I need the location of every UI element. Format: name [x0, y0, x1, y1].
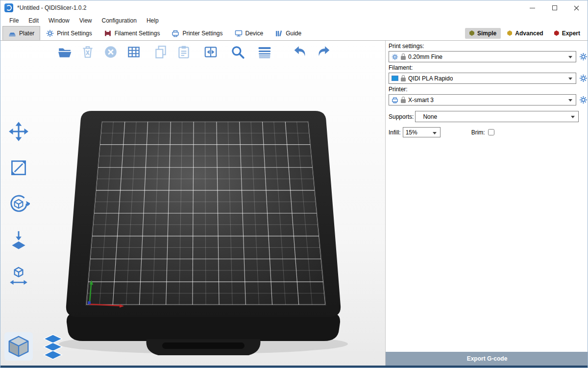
- measure-icon: [7, 265, 30, 288]
- variable-layer-height-button[interactable]: [255, 43, 274, 61]
- scale-icon: [7, 157, 30, 179]
- arrange-button[interactable]: [124, 43, 143, 61]
- tab-print-settings[interactable]: Print Settings: [40, 26, 98, 40]
- menu-window[interactable]: Window: [44, 15, 74, 26]
- supports-value: None: [418, 113, 437, 120]
- menu-edit[interactable]: Edit: [24, 15, 44, 26]
- maximize-icon: [552, 5, 557, 10]
- qidislicer-window: *Untitled - QIDISlicer-1.0.2 File Edit W…: [0, 0, 588, 368]
- filament-combo[interactable]: QIDI PLA Rapido: [389, 73, 576, 84]
- place-on-face-button[interactable]: [6, 228, 31, 253]
- preview-layers-view-button[interactable]: [39, 332, 67, 361]
- delete-icon: [80, 45, 95, 59]
- maximize-button[interactable]: [543, 0, 565, 15]
- menu-configuration[interactable]: Configuration: [97, 15, 142, 26]
- lock-icon: [401, 56, 406, 60]
- minimize-icon: [530, 8, 535, 8]
- filament-icon: [104, 29, 112, 37]
- mode-expert[interactable]: Expert: [550, 28, 585, 39]
- filament-color-swatch: [392, 76, 398, 81]
- printer-icon: [172, 29, 179, 37]
- menu-help[interactable]: Help: [142, 15, 164, 26]
- move-button[interactable]: [6, 119, 31, 144]
- lock-icon: [401, 99, 406, 103]
- tab-label: Filament Settings: [115, 30, 160, 37]
- export-gcode-button[interactable]: Export G-code: [386, 352, 588, 366]
- rotate-button[interactable]: [6, 192, 31, 216]
- brim-label: Brim:: [471, 129, 485, 136]
- menu-view[interactable]: View: [74, 15, 97, 26]
- gear-icon: [392, 53, 398, 60]
- gear-icon: [46, 29, 54, 37]
- dropdown-arrow-icon: [568, 56, 572, 58]
- split-button[interactable]: [201, 43, 220, 61]
- tab-printer-settings[interactable]: Printer Settings: [166, 26, 228, 40]
- filament-value: QIDI PLA Rapido: [408, 75, 453, 82]
- print-settings-gear-button[interactable]: [579, 52, 588, 61]
- tab-label: Printer Settings: [182, 30, 222, 37]
- tab-plater[interactable]: Plater: [2, 26, 40, 40]
- printer-label: Printer:: [389, 86, 588, 93]
- measure-button[interactable]: [6, 264, 31, 289]
- printer-gear-button[interactable]: [579, 95, 588, 105]
- mode-label: Expert: [562, 30, 580, 37]
- filament-gear-button[interactable]: [579, 74, 588, 83]
- window-controls: [521, 0, 588, 15]
- plater-icon: [8, 29, 16, 37]
- print-settings-value: 0.20mm Fine: [408, 53, 442, 60]
- search-button[interactable]: [228, 43, 247, 61]
- undo-button[interactable]: [291, 43, 310, 61]
- settings-sidebar: Print settings: 0.20mm Fine Filament: QI…: [385, 41, 588, 366]
- gear-icon: [579, 74, 588, 82]
- redo-button[interactable]: [314, 43, 333, 61]
- window-title: *Untitled - QIDISlicer-1.0.2: [17, 4, 86, 11]
- rotate-icon: [7, 193, 30, 215]
- move-icon: [7, 120, 30, 143]
- dropdown-arrow-icon: [433, 132, 437, 134]
- mode-label: Simple: [477, 30, 496, 37]
- minimize-button[interactable]: [521, 0, 543, 15]
- open-button[interactable]: [55, 43, 74, 61]
- supports-label: Supports:: [389, 113, 414, 120]
- infill-combo[interactable]: 15%: [403, 127, 441, 137]
- infill-label: Infill:: [389, 129, 401, 136]
- tab-bar: Plater Print Settings Filament Settings …: [0, 26, 588, 41]
- viewport-3d[interactable]: [0, 41, 385, 366]
- delete-all-icon: [103, 45, 118, 59]
- expert-mode-icon: [554, 30, 559, 36]
- filament-label: Filament:: [389, 64, 588, 71]
- delete-all-button[interactable]: [101, 43, 120, 61]
- tab-label: Plater: [19, 30, 34, 37]
- bed-front-face: [67, 314, 340, 341]
- tab-device[interactable]: Device: [229, 26, 270, 40]
- paste-button[interactable]: [174, 43, 193, 61]
- lock-icon: [401, 78, 406, 81]
- arrange-icon: [126, 45, 141, 59]
- tab-filament-settings[interactable]: Filament Settings: [98, 26, 166, 40]
- tab-label: Print Settings: [57, 30, 92, 37]
- dropdown-arrow-icon: [568, 78, 572, 80]
- guide-icon: [275, 29, 283, 37]
- copy-button[interactable]: [151, 43, 170, 61]
- device-icon: [235, 29, 243, 37]
- close-button[interactable]: [565, 0, 588, 15]
- brim-checkbox[interactable]: [488, 129, 494, 135]
- editor-3d-view-button[interactable]: [4, 332, 33, 361]
- tab-label: Guide: [286, 30, 301, 37]
- print-settings-label: Print settings:: [389, 43, 588, 50]
- tab-guide[interactable]: Guide: [269, 26, 307, 40]
- mode-advanced[interactable]: Advanced: [503, 28, 547, 39]
- delete-button[interactable]: [78, 43, 97, 61]
- place-on-face-icon: [7, 229, 30, 252]
- print-settings-combo[interactable]: 0.20mm Fine: [389, 51, 576, 62]
- scale-button[interactable]: [6, 156, 31, 180]
- supports-combo[interactable]: None: [415, 111, 579, 122]
- mode-label: Advanced: [515, 30, 543, 37]
- printer-icon: [392, 97, 398, 104]
- mode-simple[interactable]: Simple: [465, 28, 501, 39]
- menu-file[interactable]: File: [4, 15, 24, 26]
- main-area: Print settings: 0.20mm Fine Filament: QI…: [0, 41, 588, 366]
- printer-combo[interactable]: X-smart 3: [389, 94, 576, 105]
- variable-layer-height-icon: [257, 45, 272, 59]
- status-bar: [0, 366, 588, 368]
